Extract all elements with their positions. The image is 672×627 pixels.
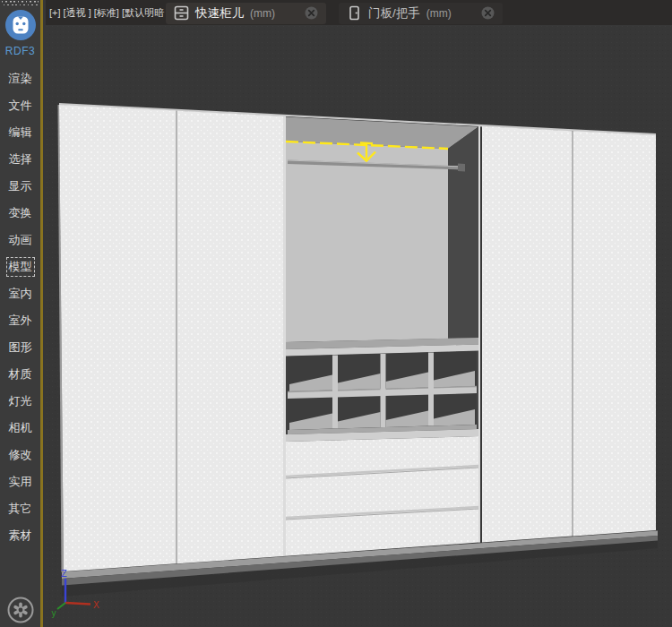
sidebar-item-edit[interactable]: 编辑 <box>0 119 40 146</box>
tab-quick-cabinet[interactable]: 快速柜儿 (mm) <box>166 3 326 24</box>
cubby-grid[interactable] <box>286 351 478 442</box>
bay-left-stile <box>283 116 286 556</box>
app-version-label: RDF3 <box>0 45 40 57</box>
close-icon[interactable] <box>481 6 495 20</box>
viewport-top-bar: [+] [透视 ] [标准] [默认明暗 快速柜儿 (mm) 门板/把手 (mm… <box>46 0 672 25</box>
sidebar-item-graphics[interactable]: 图形 <box>0 334 40 361</box>
axis-x-label: X <box>93 599 99 611</box>
door-seam <box>572 131 573 536</box>
door-panel-2[interactable] <box>177 111 283 564</box>
open-bay[interactable] <box>283 116 480 556</box>
tab-title: 快速柜儿 <box>195 5 244 21</box>
tab-unit: (mm) <box>250 7 275 20</box>
tab-unit: (mm) <box>426 7 452 20</box>
sidebar-item-model[interactable]: 模型 <box>0 253 40 280</box>
sidebar-item-interior[interactable]: 室内 <box>0 280 40 307</box>
sidebar-top-dotted-border <box>2 1 39 5</box>
door-icon <box>347 5 362 21</box>
tab-title: 门板/把手 <box>368 5 420 21</box>
bay-right-stile <box>478 126 480 543</box>
sidebar-menu: 渲染 文件 编辑 选择 显示 变换 动画 模型 室内 室外 图形 材质 灯光 相… <box>0 65 40 549</box>
door-seam <box>176 111 177 564</box>
sidebar-item-transform[interactable]: 变换 <box>0 200 40 227</box>
sidebar-item-other[interactable]: 其它 <box>0 495 40 522</box>
axis-z-label: Z <box>61 568 67 580</box>
robot-logo[interactable] <box>4 8 38 42</box>
sidebar-item-utility[interactable]: 实用 <box>0 468 40 495</box>
sidebar-item-lighting[interactable]: 灯光 <box>0 388 40 415</box>
close-icon[interactable] <box>305 6 318 20</box>
sidebar-item-file[interactable]: 文件 <box>0 92 40 119</box>
door-panel-4[interactable] <box>573 131 656 536</box>
cabinet-icon <box>174 5 189 21</box>
sidebar-item-assets[interactable]: 素材 <box>0 522 40 549</box>
sidebar-item-exterior[interactable]: 室外 <box>0 307 40 334</box>
sidebar: RDF3 渲染 文件 编辑 选择 显示 变换 动画 模型 室内 室外 图形 材质… <box>0 0 43 627</box>
3d-viewport[interactable]: Z X y <box>46 25 672 627</box>
door-panel-1[interactable] <box>59 105 176 571</box>
gear-icon[interactable] <box>5 595 36 625</box>
sidebar-item-animation[interactable]: 动画 <box>0 227 40 253</box>
drawer-stack[interactable] <box>286 436 478 556</box>
sidebar-item-select[interactable]: 选择 <box>0 146 40 173</box>
sidebar-item-display[interactable]: 显示 <box>0 173 40 200</box>
tab-door-handle[interactable]: 门板/把手 (mm) <box>339 3 503 24</box>
sidebar-item-modify[interactable]: 修改 <box>0 442 40 468</box>
door-panel-3[interactable] <box>482 126 572 542</box>
viewport-shading-label[interactable]: [+] [透视 ] [标准] [默认明暗 <box>49 6 166 20</box>
sidebar-item-render[interactable]: 渲染 <box>0 65 40 92</box>
axis-y-label: y <box>51 608 56 618</box>
sidebar-item-material[interactable]: 材质 <box>0 361 40 388</box>
wardrobe-model[interactable] <box>58 103 659 597</box>
sidebar-item-camera[interactable]: 相机 <box>0 415 40 442</box>
bay-back-panel <box>286 142 448 342</box>
